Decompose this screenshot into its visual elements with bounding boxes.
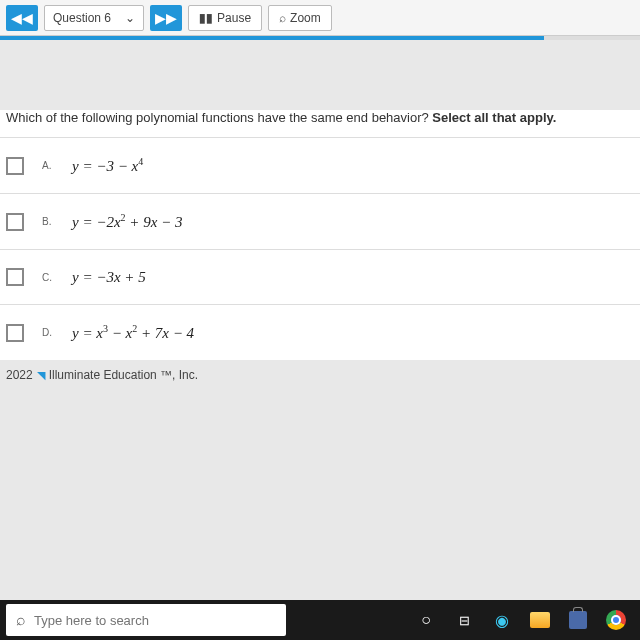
file-explorer-icon[interactable] <box>522 602 558 638</box>
option-c[interactable]: C. y = −3x + 5 <box>0 249 640 304</box>
option-letter: A. <box>42 160 54 171</box>
zoom-label: Zoom <box>290 11 321 25</box>
question-area: Which of the following polynomial functi… <box>0 110 640 360</box>
checkbox-d[interactable] <box>6 324 24 342</box>
option-formula: y = −2x2 + 9x − 3 <box>72 212 182 231</box>
search-icon: ⌕ <box>16 611 26 629</box>
option-d[interactable]: D. y = x3 − x2 + 7x − 4 <box>0 304 640 360</box>
search-input[interactable] <box>34 613 276 628</box>
option-formula: y = −3x + 5 <box>72 269 146 286</box>
checkbox-a[interactable] <box>6 157 24 175</box>
option-formula: y = −3 − x4 <box>72 156 143 175</box>
zoom-button[interactable]: ⌕ Zoom <box>268 5 332 31</box>
search-icon: ⌕ <box>279 11 286 25</box>
pause-icon: ▮▮ <box>199 11 213 25</box>
question-dropdown[interactable]: Question 6 ⌄ <box>44 5 144 31</box>
progress-bar <box>0 36 640 40</box>
option-b[interactable]: B. y = −2x2 + 9x − 3 <box>0 193 640 249</box>
chrome-icon[interactable] <box>598 602 634 638</box>
checkbox-c[interactable] <box>6 268 24 286</box>
question-label: Question 6 <box>53 11 111 25</box>
option-letter: D. <box>42 327 54 338</box>
pause-label: Pause <box>217 11 251 25</box>
option-letter: C. <box>42 272 54 283</box>
option-letter: B. <box>42 216 54 227</box>
footer: 2022 ◥ Illuminate Education ™, Inc. <box>0 360 640 390</box>
progress-fill <box>0 36 544 40</box>
edge-icon[interactable]: ◉ <box>484 602 520 638</box>
pause-button[interactable]: ▮▮ Pause <box>188 5 262 31</box>
prompt-text: Which of the following polynomial functi… <box>6 110 432 125</box>
question-prompt: Which of the following polynomial functi… <box>0 110 640 137</box>
prev-button[interactable]: ◀◀ <box>6 5 38 31</box>
toolbar: ◀◀ Question 6 ⌄ ▶▶ ▮▮ Pause ⌕ Zoom <box>0 0 640 36</box>
taskbar: ⌕ ○ ⊟ ◉ <box>0 600 640 640</box>
forward-icon: ▶▶ <box>155 10 177 26</box>
prompt-bold: Select all that apply. <box>432 110 556 125</box>
brand-icon: ◥ <box>37 369 45 382</box>
search-box[interactable]: ⌕ <box>6 604 286 636</box>
footer-year: 2022 <box>6 368 33 382</box>
option-a[interactable]: A. y = −3 − x4 <box>0 137 640 193</box>
cortana-icon[interactable]: ○ <box>408 602 444 638</box>
task-view-icon[interactable]: ⊟ <box>446 602 482 638</box>
store-icon[interactable] <box>560 602 596 638</box>
next-button[interactable]: ▶▶ <box>150 5 182 31</box>
footer-brand: Illuminate Education ™, Inc. <box>49 368 198 382</box>
chevron-down-icon: ⌄ <box>125 11 135 25</box>
option-formula: y = x3 − x2 + 7x − 4 <box>72 323 194 342</box>
checkbox-b[interactable] <box>6 213 24 231</box>
rewind-icon: ◀◀ <box>11 10 33 26</box>
